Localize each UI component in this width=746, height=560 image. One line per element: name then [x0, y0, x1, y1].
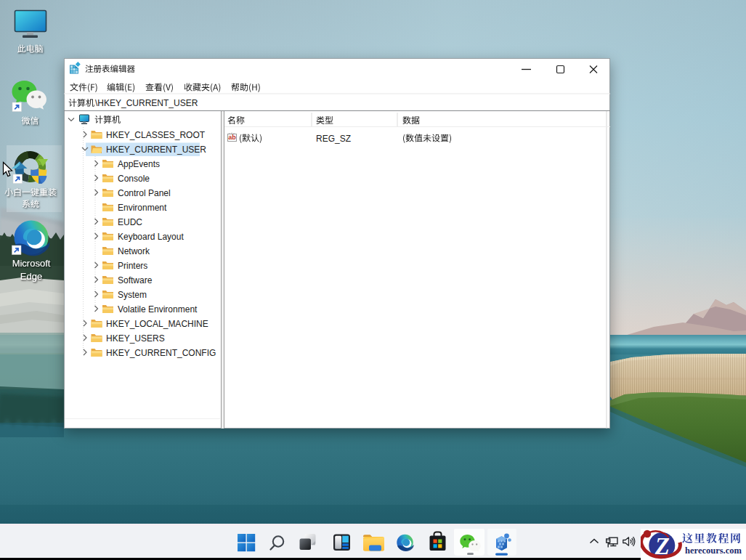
svg-text:HKEY_CURRENT_CONFIG: HKEY_CURRENT_CONFIG — [106, 348, 216, 358]
svg-text:Keyboard Layout: Keyboard Layout — [118, 232, 184, 242]
svg-text:AppEvents: AppEvents — [118, 159, 160, 169]
svg-text:System: System — [118, 290, 147, 300]
svg-text:Control Panel: Control Panel — [118, 188, 171, 198]
svg-text:HKEY_CLASSES_ROOT: HKEY_CLASSES_ROOT — [106, 130, 206, 140]
svg-text:REG_SZ: REG_SZ — [316, 134, 351, 144]
svg-text:\HKEY_CURRENT_USER: \HKEY_CURRENT_USER — [95, 98, 198, 108]
svg-text:Volatile Environment: Volatile Environment — [118, 304, 198, 315]
svg-text:HKEY_LOCAL_MACHINE: HKEY_LOCAL_MACHINE — [106, 319, 208, 329]
svg-text:Console: Console — [118, 174, 150, 184]
svg-text:HKEY_USERS: HKEY_USERS — [106, 333, 165, 344]
svg-text:Network: Network — [118, 246, 150, 256]
svg-text:ab: ab — [228, 134, 236, 141]
svg-text:HKEY_CURRENT_USER: HKEY_CURRENT_USER — [106, 145, 206, 155]
svg-text:Edge: Edge — [20, 271, 42, 282]
svg-text:Microsoft: Microsoft — [12, 258, 51, 269]
svg-text:Environment: Environment — [118, 203, 167, 213]
svg-text:herecours.com: herecours.com — [685, 545, 742, 556]
svg-text:Printers: Printers — [118, 261, 147, 271]
svg-text:EUDC: EUDC — [118, 217, 142, 227]
svg-text:Software: Software — [118, 275, 153, 285]
